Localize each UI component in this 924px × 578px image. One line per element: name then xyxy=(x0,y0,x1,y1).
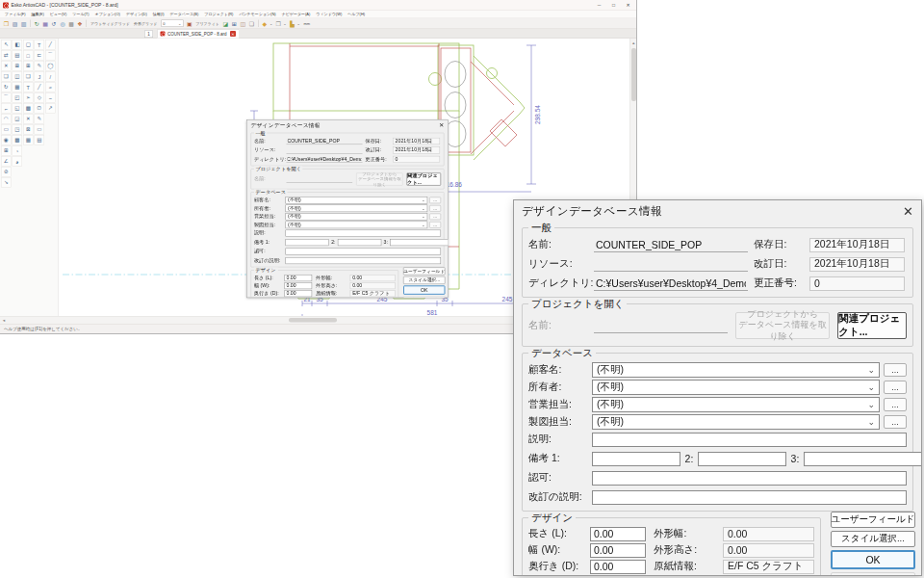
tool-button[interactable]: ▢ xyxy=(23,39,34,50)
scroll-left-icon[interactable]: ◄ xyxy=(0,318,8,323)
user-fields-button[interactable]: ユーザーフィールド xyxy=(831,512,915,528)
tool-button[interactable]: ≈ xyxy=(45,82,56,92)
tool-button[interactable]: J xyxy=(35,71,45,82)
toolbar-dropdown[interactable]: ▙ ⌄ xyxy=(288,19,300,28)
tool-button[interactable]: ◳ xyxy=(13,124,23,135)
width-field[interactable] xyxy=(285,282,313,289)
owner-combobox[interactable]: (不明) ⌄ xyxy=(286,204,428,212)
tool-button[interactable]: ◉ xyxy=(1,135,12,145)
tool-button[interactable]: ▭ xyxy=(35,124,45,135)
toolbar-icon[interactable]: ◫ xyxy=(239,19,247,28)
menu-item[interactable]: ビュー(V) xyxy=(47,12,70,17)
directory-field[interactable] xyxy=(594,276,748,291)
note3-field[interactable] xyxy=(390,239,449,246)
tool-button[interactable]: T xyxy=(35,39,45,50)
menu-item[interactable]: ファイル(F) xyxy=(2,12,28,17)
designer-more-button[interactable]: ... xyxy=(884,415,907,429)
scroll-up-icon[interactable]: ▲ xyxy=(631,39,635,46)
tool-button[interactable]: ╱ xyxy=(35,82,45,92)
toolbar-icon[interactable]: ❐ xyxy=(2,19,11,28)
resource-field[interactable] xyxy=(286,146,362,153)
tab-close-icon[interactable]: ✕ xyxy=(230,31,236,37)
tool-button[interactable]: ⌒ xyxy=(45,50,56,61)
customer-combobox[interactable]: (不明) ⌄ xyxy=(286,197,428,204)
toolbar-icon[interactable]: ◎ xyxy=(59,19,67,28)
ok-button[interactable]: OK xyxy=(831,550,915,569)
revision-description-field[interactable] xyxy=(592,490,907,505)
tool-button[interactable]: ↗ xyxy=(45,103,56,114)
note3-field[interactable] xyxy=(804,452,922,466)
preflight-icon[interactable]: ▣ xyxy=(185,19,193,28)
customer-more-button[interactable]: ... xyxy=(429,197,441,203)
menu-item[interactable]: ヘルプ(H) xyxy=(345,12,368,17)
menu-item[interactable]: ウィンドウ(W) xyxy=(313,12,345,17)
description-field[interactable] xyxy=(592,433,907,447)
vertical-scroll-thumb[interactable] xyxy=(631,48,636,101)
menu-item[interactable]: データベース(B) xyxy=(167,12,202,17)
maximize-button[interactable]: □ xyxy=(606,0,621,10)
depth-field[interactable] xyxy=(590,560,646,574)
tool-button[interactable]: ◕ xyxy=(13,156,23,167)
tool-button[interactable]: ↻ xyxy=(1,82,12,92)
tool-button[interactable]: ◰ xyxy=(13,92,23,103)
toolbar-icon[interactable]: ▥ xyxy=(19,19,28,28)
toolbar-icon[interactable]: ↺ xyxy=(50,19,59,28)
owner-more-button[interactable]: ... xyxy=(884,381,907,394)
tool-button[interactable]: ↖ xyxy=(1,39,12,50)
tool-button[interactable]: ↘ xyxy=(1,177,12,188)
tool-button[interactable]: ⊘ xyxy=(1,167,12,177)
tool-button[interactable]: ⇄ xyxy=(1,50,12,61)
menu-item[interactable]: プロジェクト(R) xyxy=(201,12,236,17)
name-field[interactable] xyxy=(286,138,362,144)
dialog-title-bar[interactable]: デザインデータベース情報 ✕ xyxy=(246,119,448,129)
tool-button[interactable]: ◧ xyxy=(13,39,23,50)
minimize-button[interactable]: ─ xyxy=(592,0,606,10)
tool-button[interactable]: ◇ xyxy=(35,92,45,103)
page-indicator[interactable]: 1 xyxy=(144,31,153,39)
tool-button[interactable]: ⌒ xyxy=(1,92,12,103)
owner-combobox[interactable]: (不明) ⌄ xyxy=(592,380,880,395)
dialog-close-icon[interactable]: ✕ xyxy=(439,122,444,128)
tool-button[interactable]: ⊏ xyxy=(35,50,45,61)
menu-item[interactable]: デザイン(D) xyxy=(123,12,150,17)
length-field[interactable] xyxy=(590,527,646,541)
revision-description-field[interactable] xyxy=(286,257,442,264)
salesperson-combobox[interactable]: (不明) ⌄ xyxy=(286,213,428,221)
toolbar-icon[interactable]: ⊞ xyxy=(230,19,239,28)
directory-field[interactable] xyxy=(286,156,362,163)
length-field[interactable] xyxy=(285,275,313,281)
tool-button[interactable]: ❏ xyxy=(1,71,12,82)
style-select-button[interactable]: スタイル選択... xyxy=(403,276,445,284)
note1-field[interactable] xyxy=(286,239,329,246)
customer-more-button[interactable]: ... xyxy=(884,363,907,377)
menu-item[interactable]: ナビゲーター(A) xyxy=(279,12,314,17)
ok-button[interactable]: OK xyxy=(403,285,445,294)
tool-button[interactable]: ◔ xyxy=(13,145,23,156)
dialog-title-bar[interactable]: デザインデータベース情報 ✕ xyxy=(514,200,921,222)
toolbar-icon[interactable]: ❖ xyxy=(76,19,85,28)
toolbar-dropdown[interactable]: ◆ ⌄ xyxy=(260,19,272,28)
scale-combobox[interactable]: 0 ⌄ xyxy=(161,20,183,28)
style-select-button[interactable]: スタイル選択... xyxy=(831,531,915,547)
tool-button[interactable]: ⊞ xyxy=(1,145,12,156)
menu-item[interactable]: ツール(T) xyxy=(69,12,91,17)
note2-field[interactable] xyxy=(698,452,786,466)
menu-item[interactable]: オプション(O) xyxy=(92,12,123,17)
salesperson-more-button[interactable]: ... xyxy=(429,213,441,220)
tool-button[interactable]: ▤ xyxy=(35,135,45,145)
designer-combobox[interactable]: (不明) ⌄ xyxy=(592,414,880,430)
menu-item[interactable]: パンチモーション(N) xyxy=(236,12,278,17)
name-field[interactable] xyxy=(594,238,748,252)
resource-field[interactable] xyxy=(594,257,748,272)
tool-button[interactable]: ◲ xyxy=(13,114,23,124)
tool-button[interactable]: ◱ xyxy=(13,103,23,114)
salesperson-more-button[interactable]: ... xyxy=(884,398,907,411)
description-field[interactable] xyxy=(286,229,442,236)
tool-button[interactable]: ⊞ xyxy=(23,61,34,71)
designer-more-button[interactable]: ... xyxy=(429,222,441,228)
tool-button[interactable]: / xyxy=(45,71,56,82)
toolbar-icon[interactable]: ▩ xyxy=(67,19,76,28)
tool-button[interactable]: □ xyxy=(23,50,34,61)
toolbar-dropdown[interactable]: ❒ ⌄ xyxy=(274,19,287,28)
tool-button[interactable]: ⊞ xyxy=(13,61,23,71)
